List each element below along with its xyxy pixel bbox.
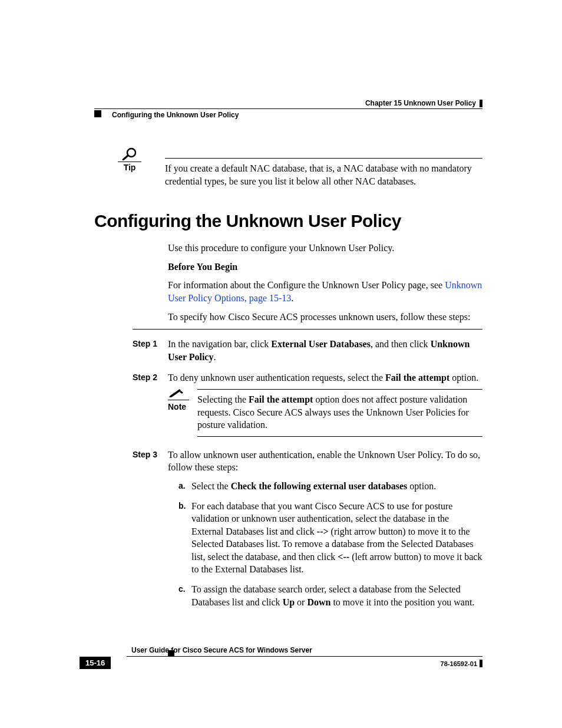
note-text: Selecting the Fail the attempt option do… [197, 389, 482, 437]
step-3: Step 3 To allow unknown user authenticat… [133, 449, 482, 616]
step-body: To allow unknown user authentication, en… [168, 449, 482, 616]
header-rule [94, 108, 482, 109]
header-mark-icon [480, 100, 482, 107]
before-text: For information about the Configure the … [168, 279, 482, 304]
section-square-icon [94, 110, 101, 117]
document-page: Chapter 15 Unknown User Policy Configuri… [0, 0, 562, 728]
doc-number: 78-16592-01 [441, 660, 477, 667]
sub-step-list: a. Select the Check the following extern… [178, 480, 482, 608]
step-body: To deny unknown user authentication requ… [168, 371, 482, 440]
tip-block: Tip If you create a default NAC database… [94, 147, 482, 187]
svg-marker-2 [169, 389, 181, 397]
step-label: Step 2 [133, 371, 168, 440]
step-label: Step 1 [133, 338, 168, 363]
note-icon-column: Note [168, 389, 197, 437]
running-header-left: Configuring the Unknown User Policy [112, 111, 239, 119]
step-1: Step 1 In the navigation bar, click Exte… [133, 338, 482, 363]
specify-text: To specify how Cisco Secure ACS processe… [168, 311, 482, 324]
magnifier-icon [121, 147, 138, 160]
step-body: In the navigation bar, click External Us… [168, 338, 482, 363]
sub-step-c: c. To assign the database search order, … [178, 583, 482, 608]
step-2: Step 2 To deny unknown user authenticati… [133, 371, 482, 440]
chapter-label: Chapter 15 Unknown User Policy [365, 99, 476, 107]
pencil-icon [168, 389, 183, 398]
running-header-right: Chapter 15 Unknown User Policy [365, 99, 482, 107]
page-footer: User Guide for Cisco Secure ACS for Wind… [80, 644, 482, 669]
tip-label: Tip [118, 162, 141, 172]
intro-text: Use this procedure to configure your Unk… [168, 242, 482, 255]
before-you-begin-label: Before You Begin [168, 261, 482, 274]
footer-mark-icon [480, 660, 482, 667]
svg-line-1 [123, 156, 128, 160]
sub-step-b: b. For each database that you want Cisco… [178, 500, 482, 577]
step-label: Step 3 [133, 449, 168, 616]
page-number-badge: 15-16 [80, 657, 111, 669]
sub-step-a: a. Select the Check the following extern… [178, 480, 482, 493]
footer-square-icon [168, 650, 174, 657]
content-area: Tip If you create a default NAC database… [94, 147, 482, 624]
steps-divider [133, 329, 482, 330]
page-title: Configuring the Unknown User Policy [94, 211, 482, 231]
tip-icon-column: Tip [94, 147, 165, 172]
note-block: Note Selecting the Fail the attempt opti… [168, 389, 482, 437]
footer-guide-title: User Guide for Cisco Secure ACS for Wind… [131, 646, 312, 654]
note-label: Note [168, 400, 189, 413]
tip-text: If you create a default NAC database, th… [165, 158, 482, 187]
doc-number-wrap: 78-16592-01 [441, 658, 482, 668]
intro-block: Use this procedure to configure your Unk… [168, 242, 482, 323]
